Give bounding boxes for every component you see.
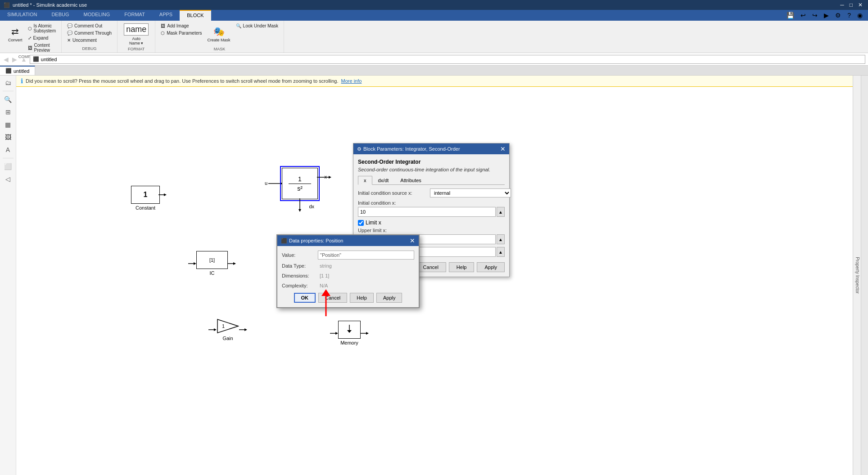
- add-image-button[interactable]: 🖼 Add Image: [159, 22, 203, 29]
- settings-icon[interactable]: ⚙: [833, 11, 843, 20]
- collapse-icon[interactable]: ◉: [855, 11, 864, 20]
- limit-x-checkbox[interactable]: [358, 220, 364, 226]
- info-link[interactable]: More info: [341, 78, 362, 84]
- tab-simulation[interactable]: SIMULATION: [0, 10, 44, 21]
- svg-marker-5: [329, 176, 331, 179]
- memory-label: Memory: [340, 340, 358, 345]
- model-tab-untitled[interactable]: ⬛ untitled: [0, 66, 35, 75]
- run-icon[interactable]: ▶: [822, 11, 831, 20]
- forward-button[interactable]: ▶: [11, 55, 18, 64]
- expand-button[interactable]: ⤢ Expand: [26, 35, 58, 41]
- undo-icon[interactable]: ↩: [799, 11, 808, 20]
- data-props-ok-button[interactable]: OK: [294, 293, 316, 303]
- sidebar-text-btn[interactable]: A: [4, 144, 12, 155]
- property-panel: Property Inspector: [853, 76, 861, 475]
- tab-apps[interactable]: APPS: [152, 10, 180, 21]
- left-sidebar: 🗂 🔍 ⊞ ▦ 🖼 A ⬜ ◁: [0, 76, 16, 475]
- data-props-apply-button[interactable]: Apply: [376, 293, 402, 303]
- svg-marker-21: [347, 330, 352, 333]
- integrator-input-arrow: [268, 181, 283, 186]
- gain-label: Gain: [222, 336, 233, 341]
- ic-label: IC: [210, 270, 215, 276]
- ic-block-body: [1]: [196, 251, 228, 269]
- mask-parameters-button[interactable]: ⬡ Mask Parameters: [159, 30, 203, 36]
- comment-out-button[interactable]: 💬 Comment Out: [65, 22, 113, 29]
- back-button[interactable]: ◀: [3, 55, 9, 64]
- canvas-area[interactable]: ℹ Did you mean to scroll? Press the mous…: [16, 76, 853, 475]
- ic-block[interactable]: [1] IC: [196, 251, 228, 276]
- tab-attributes[interactable]: Attributes: [394, 176, 427, 185]
- block-type-title: Second-Order Integrator: [358, 159, 505, 165]
- save-icon[interactable]: 💾: [785, 11, 796, 20]
- create-mask-button[interactable]: 🎭 Create Mask: [205, 22, 233, 46]
- app-title: untitled * - Simulink academic use: [13, 2, 87, 8]
- sidebar-collapse-btn[interactable]: ◁: [4, 174, 12, 184]
- uncomment-icon: ✕: [67, 38, 71, 43]
- data-properties-dialog: ⬛ Data properties: Position ✕ Value:: [276, 234, 420, 308]
- minimize-button[interactable]: ─: [838, 2, 846, 8]
- gain-input-arrow: [208, 327, 217, 332]
- info-banner: ℹ Did you mean to scroll? Press the mous…: [16, 76, 853, 87]
- value-field-row: Value:: [282, 251, 414, 260]
- constant-block-body: 1: [131, 186, 160, 204]
- maximize-button[interactable]: □: [848, 2, 854, 8]
- sidebar-browser-btn[interactable]: 🗂: [3, 77, 13, 88]
- component-group-items: ⇄ Convert ⬡ Is AtomicSubsystem ⤢ Expand …: [5, 22, 58, 54]
- ic-source-select[interactable]: internalexternal: [430, 188, 511, 197]
- block-params-help-button[interactable]: Help: [449, 262, 475, 272]
- mask-parameters-icon: ⬡: [161, 31, 165, 36]
- auto-name-label: AutoName ▾: [129, 36, 144, 45]
- format-group-label: FORMAT: [121, 46, 151, 51]
- gain-block[interactable]: 1 Gain: [217, 318, 239, 341]
- look-under-mask-button[interactable]: 🔍 Look Under Mask: [234, 22, 280, 29]
- block-params-close-button[interactable]: ✕: [500, 145, 506, 152]
- content-preview-button[interactable]: 🖼 ContentPreview: [26, 42, 58, 54]
- comment-through-button[interactable]: 💬 Comment Through: [65, 30, 113, 36]
- gain-triangle: 1: [217, 318, 239, 334]
- tab-debug[interactable]: DEBUG: [44, 10, 76, 21]
- app-icon: ⬛: [4, 2, 10, 8]
- constant-block[interactable]: 1 Constant: [131, 186, 160, 211]
- data-props-title-bar[interactable]: ⬛ Data properties: Position ✕: [277, 235, 419, 246]
- tab-x[interactable]: x: [358, 176, 372, 185]
- tab-block[interactable]: BLOCK: [180, 10, 211, 21]
- up-button[interactable]: ▲: [20, 55, 28, 64]
- block-params-title-bar[interactable]: ⚙ Block Parameters: Integrator, Second-O…: [353, 143, 509, 154]
- sidebar-image-btn[interactable]: 🖼: [3, 132, 13, 143]
- sidebar-arrow-btn[interactable]: ⬜: [2, 161, 14, 172]
- tab-modeling[interactable]: MODELING: [77, 10, 118, 21]
- expand-label: Expand: [33, 36, 49, 40]
- block-params-apply-button[interactable]: Apply: [477, 262, 505, 272]
- help-icon[interactable]: ?: [845, 11, 853, 20]
- model-tab-name: untitled: [14, 68, 29, 74]
- mask-col-2: 🔍 Look Under Mask: [234, 22, 280, 29]
- tab-dxdt[interactable]: dx/dt: [372, 176, 395, 185]
- ic-value-input[interactable]: [358, 207, 496, 217]
- add-image-label: Add Image: [167, 23, 189, 28]
- value-field-input[interactable]: [318, 251, 414, 260]
- sidebar-fit-btn[interactable]: ⊞: [4, 107, 13, 117]
- integrator-block[interactable]: u x dx 1 s²: [282, 168, 318, 199]
- address-bar: ◀ ▶ ▲ ⬛ untitled: [0, 53, 868, 66]
- data-props-title-left: ⬛ Data properties: Position: [281, 238, 343, 244]
- upper-limit-input-btn[interactable]: ▲: [497, 234, 505, 244]
- extra-input-btn-1[interactable]: ▲: [497, 247, 505, 257]
- ic-input-up-btn[interactable]: ▲: [497, 207, 505, 217]
- uncomment-button[interactable]: ✕ Uncomment: [65, 37, 113, 44]
- comment-through-icon: 💬: [67, 31, 72, 36]
- complexity-field-label: Complexity:: [282, 283, 318, 288]
- close-button[interactable]: ✕: [856, 2, 864, 8]
- is-atomic-button[interactable]: ⬡ Is AtomicSubsystem: [26, 22, 58, 34]
- auto-name-button[interactable]: name AutoName ▾: [121, 22, 151, 46]
- data-props-close-button[interactable]: ✕: [410, 237, 415, 244]
- block-params-cancel-button[interactable]: Cancel: [416, 262, 446, 272]
- convert-button[interactable]: ⇄ Convert: [5, 22, 25, 46]
- integrator-denominator: s²: [297, 185, 303, 192]
- sidebar-block-btn[interactable]: ▦: [3, 119, 13, 130]
- data-props-help-button[interactable]: Help: [350, 293, 374, 303]
- sidebar-search-btn[interactable]: 🔍: [2, 94, 14, 105]
- redo-icon[interactable]: ↪: [810, 11, 819, 20]
- data-props-cancel-button[interactable]: Cancel: [318, 293, 347, 303]
- tab-format[interactable]: FORMAT: [117, 10, 152, 21]
- memory-block[interactable]: Memory: [338, 321, 361, 345]
